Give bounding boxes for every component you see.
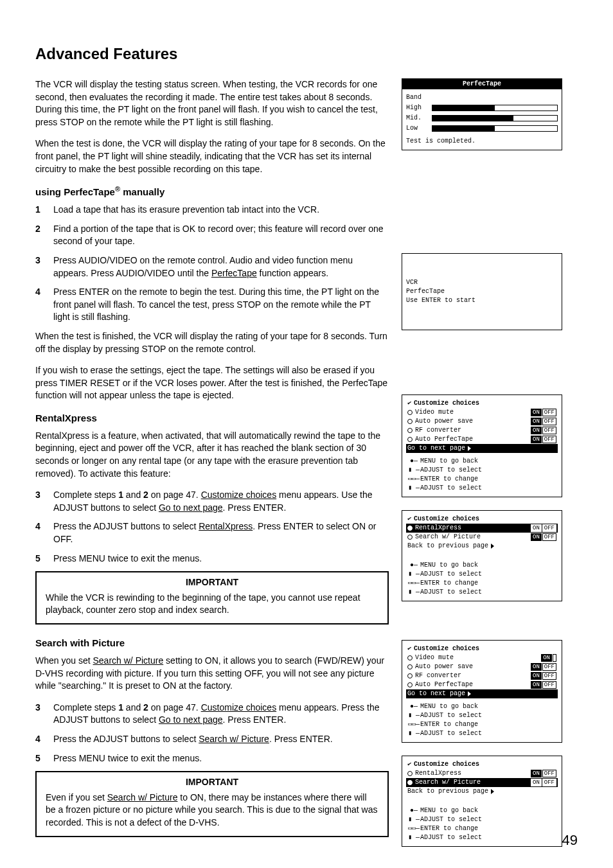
step-number: 2 (35, 223, 53, 248)
t: Search w/ Picture (107, 792, 178, 802)
toggle-on: ON (531, 663, 542, 671)
step-row: 3 Press AUDIO/VIDEO on the remote contro… (35, 254, 389, 279)
step-text: Load a tape that has its erasure prevent… (53, 204, 389, 217)
toggle-off: OFF (542, 770, 556, 778)
intro-paragraph-1: The VCR will display the testing status … (35, 78, 389, 128)
test-complete-text: Test is completed. (406, 137, 558, 146)
toggle-on: ON (531, 681, 542, 689)
step-number: 3 (35, 254, 53, 279)
step-number: 4 (35, 733, 53, 746)
step-row: 3 Complete steps 1 and 2 on page 47. Cus… (35, 702, 389, 727)
t: Customize choices (201, 490, 277, 500)
menu-hints: ●—MENU to go back ▮ —ADJUST to select ▭▭… (406, 560, 558, 597)
toggle-on: ON (531, 770, 542, 778)
registered-mark: ® (115, 185, 120, 193)
body-text-column: The VCR will display the testing status … (35, 78, 389, 849)
t: Press the ADJUST buttons to select (53, 521, 199, 531)
check-icon: ✔ (407, 760, 412, 770)
menu-next-page: Go to next page (406, 689, 558, 698)
perfectape-after-2: If you wish to erase the settings, eject… (35, 364, 389, 402)
important-box: IMPORTANT Even if you set Search w/ Pict… (35, 771, 389, 837)
menu-prev-page: Back to previous page (406, 542, 558, 551)
customize-menu-page2-rental: ✔Customize choices RentalXpressONOFF Sea… (402, 510, 562, 601)
band-high-label: High (406, 103, 432, 112)
menu-option: RF converter (415, 671, 531, 680)
step-text: Press ENTER on the remote to begin the t… (53, 286, 389, 324)
page-title: Advanced Features (35, 45, 578, 63)
menu-option: RF converter (415, 426, 531, 435)
step-text: Press the ADJUST buttons to select Renta… (53, 520, 389, 545)
menu-option-selected: RentalXpress (415, 524, 531, 533)
figure-column: PerfecTape Band High Mid. Low Test is co… (402, 78, 562, 849)
menu-header: ✔Customize choices (406, 515, 558, 524)
step-number: 5 (35, 752, 53, 765)
check-icon: ✔ (407, 399, 412, 409)
toggle-off (553, 654, 556, 662)
menu-option: Video mute (415, 408, 531, 417)
search-intro: When you set Search w/ Picture setting t… (35, 655, 389, 693)
vcr-line: VCR (406, 278, 558, 287)
rentalxpress-heading: RentalXpress (35, 411, 389, 425)
perfectape-heading-suffix: manually (120, 186, 164, 197)
perfectape-status-screen: PerfecTape Band High Mid. Low Test is co… (402, 78, 562, 150)
t: on page 47. (148, 702, 201, 713)
t: Search w/ Picture (93, 655, 164, 666)
menu-option: Auto PerfecTape (415, 435, 531, 444)
menu-option: Auto power save (415, 417, 531, 426)
toggle-on: ON (531, 418, 542, 426)
t: Search w/ Picture (199, 734, 269, 744)
step-number: 4 (35, 520, 53, 545)
important-text: Even if you set Search w/ Picture to ON,… (46, 792, 378, 829)
toggle-on: ON (531, 436, 542, 444)
step-text: Find a portion of the tape that is OK to… (53, 223, 389, 248)
t: 1 (118, 490, 123, 500)
vcr-perfectape-prompt: VCR PerfecTape Use ENTER to start (402, 253, 562, 330)
step-text: Press MENU twice to exit the menus. (53, 752, 389, 765)
step-row: 5 Press MENU twice to exit the menus. (35, 752, 389, 765)
t: and (123, 702, 143, 713)
toggle-on: ON (531, 427, 542, 435)
vcr-line: Use ENTER to start (406, 296, 558, 305)
band-mid-bar (432, 115, 558, 121)
band-low-bar (432, 125, 558, 132)
check-icon: ✔ (407, 644, 412, 654)
menu-next-page: Go to next page (406, 444, 558, 453)
toggle-on: ON (531, 779, 542, 787)
page-number: 49 (562, 832, 578, 849)
vcr-line: PerfecTape (406, 287, 558, 296)
step-number: 1 (35, 204, 53, 217)
toggle-on: ON (531, 409, 542, 417)
screen-title: PerfecTape (402, 79, 562, 89)
t: on page 47. (148, 490, 201, 500)
step-row: 3 Complete steps 1 and 2 on page 47. Cus… (35, 489, 389, 514)
step-text: Press AUDIO/VIDEO on the remote control.… (53, 254, 389, 279)
menu-hints: ●—MENU to go back ▮ —ADJUST to select ▭▭… (406, 456, 558, 493)
menu-option-selected: Search w/ Picture (415, 778, 531, 787)
toggle-off: OFF (542, 418, 556, 426)
t: Customize choices (201, 702, 277, 713)
step-text: Press the ADJUST buttons to select Searc… (53, 733, 389, 746)
step-text-post: function appears. (257, 268, 328, 278)
menu-option: RentalXpress (415, 769, 531, 778)
toggle-on: ON (531, 672, 542, 680)
toggle-off: OFF (542, 672, 556, 680)
step-number: 3 (35, 489, 53, 514)
perfectape-heading-prefix: using PerfecTape (35, 186, 115, 197)
t: Even if you set (46, 792, 107, 802)
t: Complete steps (53, 702, 118, 713)
menu-option: Auto power save (415, 662, 531, 671)
step-number: 5 (35, 553, 53, 565)
step-row: 2 Find a portion of the tape that is OK … (35, 223, 389, 248)
toggle-off: OFF (542, 524, 556, 533)
menu-option: Search w/ Picture (415, 533, 531, 542)
menu-header: ✔Customize choices (406, 644, 558, 653)
toggle-off: OFF (542, 779, 556, 787)
t: . Press ENTER. (269, 734, 333, 744)
t: and (123, 490, 143, 500)
step-row: 4 Press the ADJUST buttons to select Ren… (35, 520, 389, 545)
t: Go to next page (159, 502, 223, 513)
important-title: IMPORTANT (46, 776, 378, 789)
arrow-right-icon (468, 691, 471, 696)
t: 1 (118, 702, 123, 713)
menu-header: ✔Customize choices (406, 760, 558, 769)
